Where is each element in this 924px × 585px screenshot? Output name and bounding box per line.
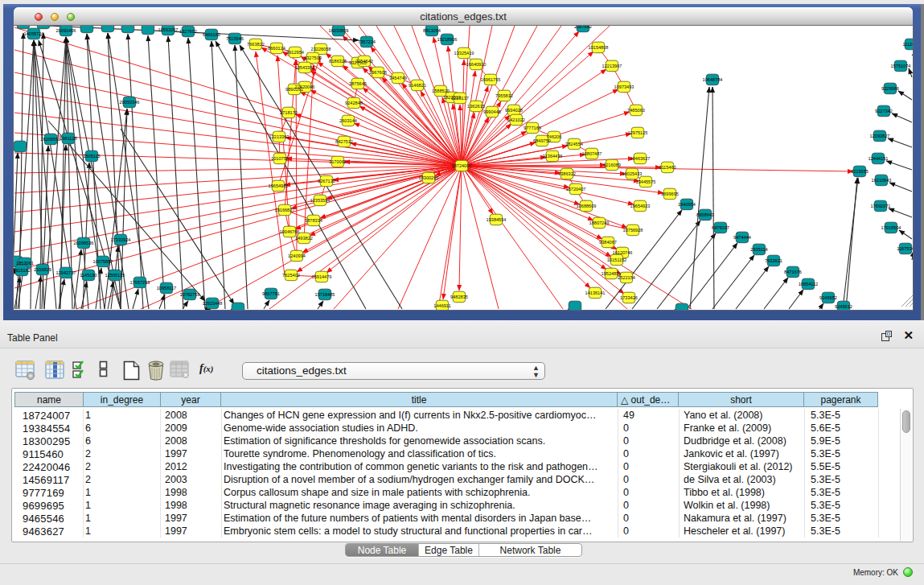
svg-text:1421022: 1421022: [507, 117, 525, 122]
svg-text:7625402: 7625402: [282, 273, 300, 278]
svg-text:3912954: 3912954: [286, 50, 304, 55]
svg-text:12923448: 12923448: [203, 301, 223, 306]
svg-text:3875645: 3875645: [349, 81, 367, 86]
svg-text:9482835: 9482835: [450, 295, 468, 299]
svg-text:16961755: 16961755: [481, 77, 501, 82]
svg-text:10958117: 10958117: [157, 286, 176, 290]
svg-text:20206536: 20206536: [74, 241, 94, 245]
svg-text:7386322: 7386322: [558, 171, 576, 176]
svg-text:16210643: 16210643: [872, 178, 892, 183]
svg-text:15716485: 15716485: [315, 292, 335, 297]
svg-text:10463627: 10463627: [630, 156, 651, 161]
svg-text:16640910: 16640910: [466, 62, 487, 67]
svg-text:9242848: 9242848: [345, 101, 363, 105]
svg-text:13325419: 13325419: [454, 51, 474, 56]
svg-text:10151152: 10151152: [607, 257, 626, 262]
svg-text:1493822: 1493822: [295, 236, 313, 241]
svg-text:17957253: 17957253: [130, 280, 150, 285]
svg-text:15751074: 15751074: [891, 64, 911, 68]
svg-text:12213967: 12213967: [602, 64, 622, 68]
svg-text:17016504: 17016504: [881, 225, 901, 230]
svg-text:19384554: 19384554: [487, 217, 507, 222]
svg-text:12505135: 12505135: [105, 273, 125, 278]
svg-text:15720407: 15720407: [566, 187, 586, 192]
svg-text:10648784: 10648784: [703, 77, 723, 82]
svg-text:10025433: 10025433: [622, 171, 643, 176]
svg-text:19218906: 19218906: [437, 37, 458, 42]
svg-text:9115460: 9115460: [659, 165, 676, 170]
svg-text:23226058: 23226058: [311, 47, 331, 51]
svg-text:9227342: 9227342: [875, 109, 893, 113]
svg-text:9384067: 9384067: [599, 240, 617, 245]
svg-text:1220137: 1220137: [451, 96, 469, 101]
svg-text:1588520: 1588520: [432, 89, 450, 93]
svg-text:1981128: 1981128: [60, 136, 76, 141]
svg-text:3915162: 3915162: [14, 268, 31, 273]
svg-text:6479197: 6479197: [712, 225, 729, 230]
svg-text:10543382: 10543382: [295, 65, 315, 70]
svg-text:1112482: 1112482: [903, 42, 913, 47]
svg-text:9327509: 9327509: [304, 56, 322, 60]
svg-text:7515546: 7515546: [226, 36, 244, 41]
svg-text:10756928: 10756928: [623, 228, 643, 233]
svg-text:1505115: 1505115: [83, 154, 100, 159]
svg-text:18300295: 18300295: [419, 175, 439, 180]
svg-text:2718170: 2718170: [280, 110, 298, 115]
svg-text:2967608: 2967608: [369, 70, 387, 75]
svg-text:3824554: 3824554: [565, 142, 583, 146]
svg-text:9990448: 9990448: [483, 109, 501, 114]
svg-text:3170062: 3170062: [329, 159, 347, 164]
svg-text:1362615: 1362615: [467, 104, 485, 109]
svg-text:10046766: 10046766: [280, 229, 300, 234]
svg-text:10975887: 10975887: [93, 259, 113, 264]
svg-text:6216089: 6216089: [603, 163, 621, 167]
svg-text:9245612: 9245612: [835, 304, 852, 309]
svg-text:12093827: 12093827: [870, 134, 890, 138]
svg-text:6466160: 6466160: [203, 32, 220, 37]
svg-text:19166827: 19166827: [275, 208, 295, 212]
svg-text:9329966: 9329966: [881, 86, 899, 91]
svg-text:2087682: 2087682: [574, 25, 592, 29]
svg-text:10688609: 10688609: [577, 204, 597, 208]
svg-text:1446911: 1446911: [433, 303, 450, 308]
svg-text:20091406: 20091406: [56, 28, 76, 33]
svg-text:18807249: 18807249: [589, 220, 610, 225]
svg-text:14055724: 14055724: [24, 31, 44, 36]
svg-text:2254640: 2254640: [355, 59, 373, 64]
svg-text:16033809: 16033809: [329, 28, 349, 33]
svg-text:20053346: 20053346: [120, 100, 140, 105]
svg-text:8186328: 8186328: [329, 59, 347, 64]
svg-text:7357224: 7357224: [358, 39, 376, 44]
svg-text:2156829: 2156829: [34, 267, 51, 272]
svg-text:9934028: 9934028: [505, 108, 523, 113]
svg-text:8660124: 8660124: [268, 46, 285, 51]
svg-text:8427512: 8427512: [335, 139, 353, 144]
svg-text:2603144: 2603144: [339, 118, 357, 123]
svg-text:12444151: 12444151: [869, 156, 889, 161]
svg-text:3267130: 3267130: [318, 179, 335, 183]
svg-text:7485063: 7485063: [627, 108, 645, 113]
svg-text:7632621: 7632621: [765, 258, 782, 263]
svg-text:17692971: 17692971: [871, 204, 891, 208]
svg-text:8471676: 8471676: [784, 270, 802, 274]
svg-text:10553267: 10553267: [158, 27, 179, 32]
svg-text:1853061: 1853061: [16, 261, 34, 266]
svg-text:9890161: 9890161: [285, 87, 303, 92]
svg-text:10807487: 10807487: [582, 151, 602, 156]
svg-text:12353594: 12353594: [310, 198, 331, 203]
svg-text:1327602: 1327602: [179, 29, 197, 34]
svg-text:1167534: 1167534: [897, 246, 913, 251]
svg-text:9699695: 9699695: [661, 192, 679, 196]
svg-text:2935114: 2935114: [750, 247, 767, 252]
svg-text:12213363: 12213363: [269, 134, 290, 139]
svg-text:1010755: 1010755: [271, 156, 289, 161]
svg-text:9657791: 9657791: [262, 291, 280, 296]
svg-text:19654923: 19654923: [630, 204, 651, 208]
svg-text:12975125: 12975125: [628, 130, 648, 135]
svg-text:7955812: 7955812: [495, 93, 513, 98]
svg-text:18724007: 18724007: [452, 163, 472, 168]
svg-text:10654112: 10654112: [799, 282, 818, 286]
svg-text:17333924: 17333924: [111, 237, 131, 242]
svg-text:1640954: 1640954: [678, 202, 696, 207]
svg-text:13445575: 13445575: [636, 179, 656, 184]
